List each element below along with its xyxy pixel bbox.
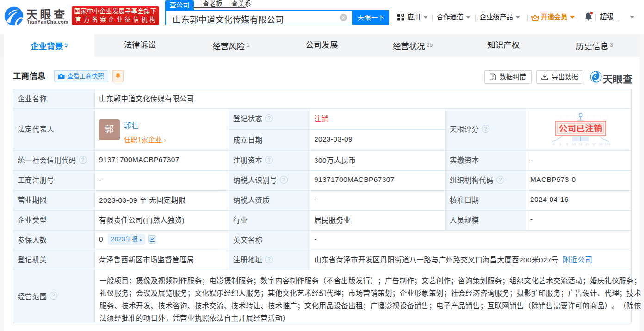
svg-text:0: 0 — [553, 142, 555, 146]
svg-text:99: 99 — [599, 142, 603, 146]
svg-text:3: 3 — [566, 142, 568, 146]
svg-text:50: 50 — [579, 142, 583, 146]
svg-text:97: 97 — [592, 142, 596, 146]
svg-text:15: 15 — [572, 142, 576, 146]
svg-text:100: 100 — [604, 142, 610, 146]
svg-text:85: 85 — [585, 142, 589, 146]
svg-text:1: 1 — [559, 142, 561, 146]
